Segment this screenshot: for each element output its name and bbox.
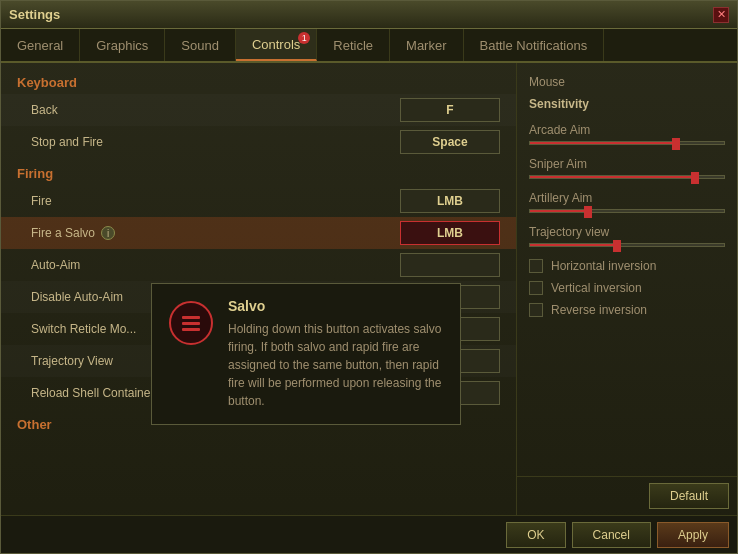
keybind-fire-button[interactable]: LMB xyxy=(400,189,500,213)
artillery-aim-fill xyxy=(530,210,588,212)
tab-marker[interactable]: Marker xyxy=(390,29,463,61)
keybind-stop-and-fire-row: Stop and Fire Space xyxy=(1,126,516,158)
sniper-aim-slider-group: Sniper Aim xyxy=(529,157,725,179)
settings-window: Settings ✕ General Graphics Sound Contro… xyxy=(0,0,738,554)
salvo-line-1 xyxy=(182,316,200,319)
keybind-fire-row: Fire LMB xyxy=(1,185,516,217)
artillery-aim-thumb[interactable] xyxy=(584,206,592,218)
horizontal-inversion-checkbox[interactable] xyxy=(529,259,543,273)
keybind-back-row: Back F xyxy=(1,94,516,126)
salvo-line-3 xyxy=(182,328,200,331)
keyboard-section-label: Keyboard xyxy=(1,67,516,94)
ok-button[interactable]: OK xyxy=(506,522,565,548)
tab-battle-notifications[interactable]: Battle Notifications xyxy=(464,29,605,61)
trajectory-view-thumb[interactable] xyxy=(613,240,621,252)
vertical-inversion-checkbox[interactable] xyxy=(529,281,543,295)
close-button[interactable]: ✕ xyxy=(713,7,729,23)
keybind-stop-and-fire-button[interactable]: Space xyxy=(400,130,500,154)
tooltip-title: Salvo xyxy=(228,298,446,314)
vertical-inversion-row: Vertical inversion xyxy=(529,281,725,295)
left-panel: Keyboard Back F Stop and Fire Space Firi… xyxy=(1,63,517,515)
sensitivity-label: Sensitivity xyxy=(529,97,725,111)
tooltip-text: Holding down this button activates salvo… xyxy=(228,320,446,410)
sniper-aim-thumb[interactable] xyxy=(691,172,699,184)
mouse-section-label: Mouse xyxy=(529,75,725,89)
trajectory-view-slider-label: Trajectory view xyxy=(529,225,725,239)
tab-sound[interactable]: Sound xyxy=(165,29,236,61)
arcade-aim-fill xyxy=(530,142,676,144)
arcade-aim-slider[interactable] xyxy=(529,141,725,145)
tab-reticle[interactable]: Reticle xyxy=(317,29,390,61)
reverse-inversion-row: Reverse inversion xyxy=(529,303,725,317)
salvo-icon xyxy=(169,301,213,345)
vertical-inversion-label: Vertical inversion xyxy=(551,281,642,295)
bottom-bar: OK Cancel Apply xyxy=(1,515,737,553)
keybind-auto-aim-row: Auto-Aim xyxy=(1,249,516,281)
trajectory-view-slider[interactable] xyxy=(529,243,725,247)
arcade-aim-thumb[interactable] xyxy=(672,138,680,150)
tooltip-icon-area xyxy=(166,298,216,348)
tab-graphics[interactable]: Graphics xyxy=(80,29,165,61)
keybind-back-label: Back xyxy=(31,103,400,117)
salvo-line-2 xyxy=(182,322,200,325)
keybind-back-button[interactable]: F xyxy=(400,98,500,122)
controls-badge: 1 xyxy=(298,32,310,44)
trajectory-view-fill xyxy=(530,244,617,246)
horizontal-inversion-label: Horizontal inversion xyxy=(551,259,656,273)
arcade-aim-slider-group: Arcade Aim xyxy=(529,123,725,145)
firing-section-label: Firing xyxy=(1,158,516,185)
artillery-aim-label: Artillery Aim xyxy=(529,191,725,205)
trajectory-view-slider-group: Trajectory view xyxy=(529,225,725,247)
apply-button[interactable]: Apply xyxy=(657,522,729,548)
artillery-aim-slider[interactable] xyxy=(529,209,725,213)
horizontal-inversion-row: Horizontal inversion xyxy=(529,259,725,273)
keybind-auto-aim-button[interactable] xyxy=(400,253,500,277)
cancel-button[interactable]: Cancel xyxy=(572,522,651,548)
default-button[interactable]: Default xyxy=(649,483,729,509)
reverse-inversion-label: Reverse inversion xyxy=(551,303,647,317)
right-default-area: Default xyxy=(517,476,737,515)
artillery-aim-slider-group: Artillery Aim xyxy=(529,191,725,213)
right-panel: Mouse Sensitivity Arcade Aim Sniper Aim xyxy=(517,63,737,515)
tab-controls[interactable]: Controls 1 xyxy=(236,29,317,61)
arcade-aim-label: Arcade Aim xyxy=(529,123,725,137)
keybind-fire-label: Fire xyxy=(31,194,400,208)
keybind-auto-aim-label: Auto-Aim xyxy=(31,258,400,272)
tooltip-content: Salvo Holding down this button activates… xyxy=(228,298,446,410)
salvo-tooltip: Salvo Holding down this button activates… xyxy=(151,283,461,425)
sniper-aim-slider[interactable] xyxy=(529,175,725,179)
sniper-aim-fill xyxy=(530,176,695,178)
main-content: Keyboard Back F Stop and Fire Space Firi… xyxy=(1,63,737,515)
window-title: Settings xyxy=(9,7,60,22)
keybind-stop-and-fire-label: Stop and Fire xyxy=(31,135,400,149)
keybind-fire-salvo-label: Fire a Salvo i xyxy=(31,226,400,240)
reverse-inversion-checkbox[interactable] xyxy=(529,303,543,317)
fire-salvo-info-icon[interactable]: i xyxy=(101,226,115,240)
tab-general[interactable]: General xyxy=(1,29,80,61)
right-top: Mouse Sensitivity Arcade Aim Sniper Aim xyxy=(517,63,737,476)
keybind-fire-salvo-button[interactable]: LMB xyxy=(400,221,500,245)
title-bar: Settings ✕ xyxy=(1,1,737,29)
tab-bar: General Graphics Sound Controls 1 Reticl… xyxy=(1,29,737,63)
sniper-aim-label: Sniper Aim xyxy=(529,157,725,171)
keybind-fire-salvo-row: Fire a Salvo i LMB xyxy=(1,217,516,249)
